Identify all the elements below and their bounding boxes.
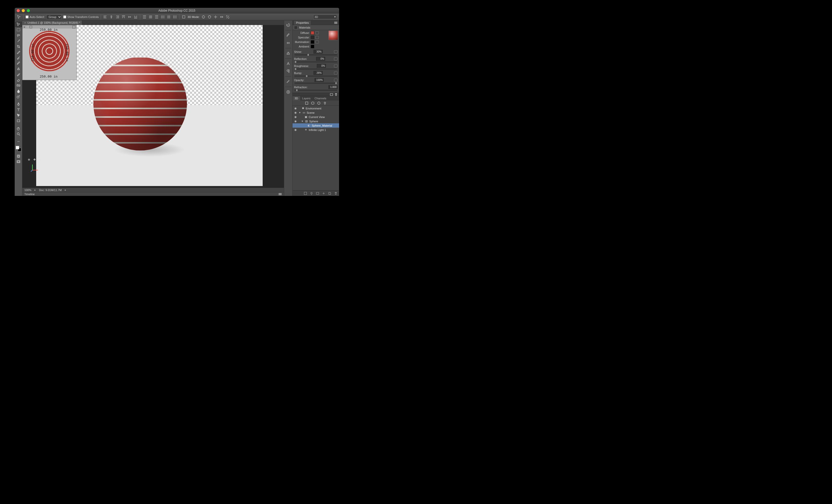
specular-texture-icon[interactable] xyxy=(315,36,319,39)
auto-select-target-dropdown[interactable]: Group xyxy=(46,15,62,19)
tree-sphere[interactable]: ◉▾▧Sphere xyxy=(292,119,339,123)
3d-drag-icon[interactable] xyxy=(213,15,218,19)
zoom-level[interactable]: 100% xyxy=(24,189,31,192)
crop-tool[interactable] xyxy=(15,44,22,49)
close-tab-icon[interactable]: × xyxy=(24,21,26,24)
pan-icon[interactable]: ✥ xyxy=(32,158,36,162)
roughness-value[interactable]: 0% xyxy=(317,64,326,68)
visibility-toggle[interactable]: ◉ xyxy=(293,111,297,114)
reflection-slider[interactable]: Reflection:0% xyxy=(294,57,338,62)
zoom-tool[interactable] xyxy=(15,131,22,137)
3d-scale-icon[interactable] xyxy=(226,15,230,19)
add-to-scene-icon[interactable] xyxy=(304,192,307,195)
new-item-icon[interactable] xyxy=(328,192,332,195)
tab-3d[interactable]: 3D xyxy=(292,96,300,101)
tab-channels[interactable]: Channels xyxy=(312,96,328,101)
color-swatches[interactable] xyxy=(16,146,21,151)
new-object-icon[interactable] xyxy=(322,192,326,195)
screen-mode[interactable] xyxy=(15,159,22,165)
specular-swatch[interactable] xyxy=(311,36,314,39)
move-tool[interactable] xyxy=(15,22,22,27)
spot-healing-brush-tool[interactable] xyxy=(15,55,22,60)
close-window-button[interactable] xyxy=(17,9,20,12)
delete-icon[interactable] xyxy=(334,192,338,195)
shine-value[interactable]: 30% xyxy=(313,50,322,54)
tree-scene[interactable]: ◉▾▭Scene xyxy=(292,110,339,115)
opacity-slider[interactable]: Opacity:100% xyxy=(294,78,338,84)
quick-selection-tool[interactable] xyxy=(15,38,22,44)
hand-tool[interactable] xyxy=(15,125,22,131)
trash-icon[interactable] xyxy=(335,93,338,96)
brush-presets-icon[interactable] xyxy=(285,32,291,38)
dodge-tool[interactable] xyxy=(15,94,22,99)
align-bottom-edges-icon[interactable] xyxy=(133,15,138,19)
light-widget-icon[interactable]: ✺ xyxy=(132,26,135,31)
visibility-toggle[interactable]: ◉ xyxy=(293,115,297,118)
distribute-right-icon[interactable] xyxy=(173,15,177,19)
shine-slider[interactable]: Shine:30% xyxy=(294,50,338,55)
illumination-swatch[interactable] xyxy=(311,40,314,44)
clone-stamp-tool[interactable] xyxy=(15,66,22,72)
bump-texture-icon[interactable] xyxy=(334,72,338,75)
workspace-switcher[interactable]: 3D ▾ xyxy=(313,15,337,19)
visibility-toggle[interactable]: ◉ xyxy=(293,128,297,132)
tree-infinite-light[interactable]: ◉☀Infinite Light 1 xyxy=(292,128,339,132)
brush-tool[interactable] xyxy=(15,60,22,66)
eraser-tool[interactable] xyxy=(15,77,22,83)
rectangular-marquee-tool[interactable] xyxy=(15,27,22,33)
distribute-bottom-icon[interactable] xyxy=(154,15,159,19)
auto-select-checkbox[interactable]: Auto-Select: xyxy=(26,16,45,19)
opacity-value[interactable]: 100% xyxy=(314,78,323,82)
distribute-top-icon[interactable] xyxy=(142,15,147,19)
orbit-icon[interactable]: ⊕ xyxy=(27,158,31,162)
zoom-window-button[interactable] xyxy=(27,9,30,12)
filter-materials-icon[interactable] xyxy=(317,101,320,105)
visibility-toggle[interactable]: ◉ xyxy=(293,107,297,110)
status-arrow-icon[interactable]: ▸ xyxy=(34,188,36,192)
history-brush-tool[interactable] xyxy=(15,72,22,77)
dolly-icon[interactable]: ↕ xyxy=(38,158,42,162)
3d-rotate-icon[interactable] xyxy=(201,15,206,19)
properties-tab[interactable]: Properties xyxy=(294,21,311,25)
timeline-panel[interactable]: Timeline xyxy=(22,192,284,196)
3d-roll-icon[interactable] xyxy=(207,15,212,19)
align-vertical-centers-icon[interactable] xyxy=(127,15,132,19)
refraction-value[interactable]: 1.000 xyxy=(329,85,338,89)
render-icon[interactable] xyxy=(316,192,319,195)
illumination-texture-icon[interactable] xyxy=(315,40,319,44)
align-left-edges-icon[interactable] xyxy=(103,15,107,19)
filter-meshes-icon[interactable] xyxy=(311,101,314,105)
shine-texture-icon[interactable] xyxy=(334,50,338,53)
blur-tool[interactable] xyxy=(15,88,22,94)
history-panel-icon[interactable] xyxy=(285,22,291,28)
rectangle-tool[interactable] xyxy=(15,118,22,123)
brush-settings-icon[interactable] xyxy=(285,40,291,46)
roughness-slider[interactable]: Roughness:0% xyxy=(294,64,338,69)
distribute-vcenter-icon[interactable] xyxy=(148,15,153,19)
timeline-menu-icon[interactable] xyxy=(278,193,282,195)
align-right-edges-icon[interactable] xyxy=(115,15,120,19)
eyedropper-tool[interactable] xyxy=(15,49,22,55)
material-preview-thumb[interactable] xyxy=(329,31,338,40)
3d-slide-icon[interactable] xyxy=(219,15,224,19)
auto-align-icon[interactable] xyxy=(181,15,186,19)
refraction-slider[interactable]: Refraction:1.000 xyxy=(294,85,338,91)
render-settings-icon[interactable] xyxy=(330,93,333,96)
uv-close-icon[interactable]: × xyxy=(24,26,25,29)
quick-mask-mode[interactable] xyxy=(15,153,22,159)
opacity-texture-icon[interactable] xyxy=(334,79,338,82)
canvas-viewport[interactable]: ✺ × ⊣ 250.00 in 250.00 in 250.00 in xyxy=(22,25,284,188)
tree-current-view[interactable]: ◉▣Current View xyxy=(292,115,339,119)
libraries-icon[interactable] xyxy=(285,89,291,95)
bump-slider[interactable]: Bump:26% xyxy=(294,71,338,77)
distribute-hcenter-icon[interactable] xyxy=(166,15,171,19)
reflection-texture-icon[interactable] xyxy=(334,57,338,60)
disclosure-triangle[interactable]: ▾ xyxy=(301,119,304,123)
character-panel-icon[interactable] xyxy=(285,61,291,67)
properties-menu-icon[interactable] xyxy=(334,22,338,24)
filter-scene-icon[interactable] xyxy=(305,101,309,105)
tab-layers[interactable]: Layers xyxy=(300,96,312,101)
measurement-log-icon[interactable] xyxy=(285,79,291,85)
show-transform-checkbox[interactable]: Show Transform Controls xyxy=(63,16,99,19)
roughness-texture-icon[interactable] xyxy=(334,64,338,67)
